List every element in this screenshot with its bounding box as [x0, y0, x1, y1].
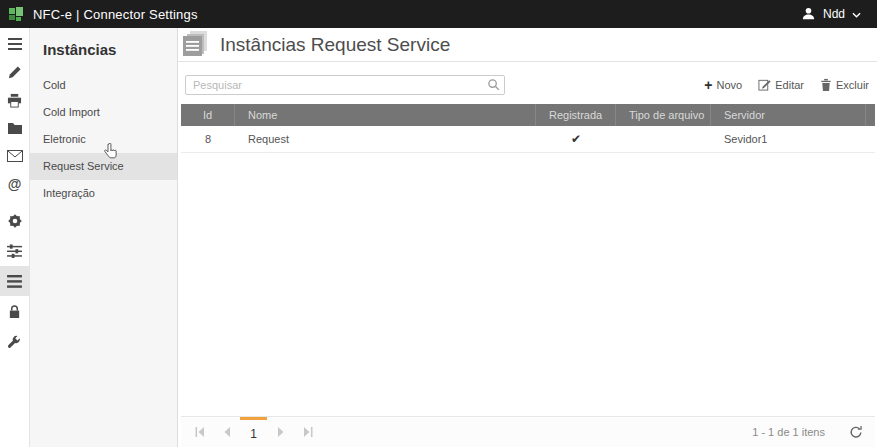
cell-filler	[866, 126, 875, 152]
user-icon	[801, 6, 816, 23]
new-button[interactable]: + Novo	[704, 79, 742, 91]
search-icon	[487, 78, 500, 93]
sidebar-item-request-service[interactable]: Request Service	[30, 153, 177, 180]
plus-icon: +	[704, 79, 712, 91]
sidebar-item-integracao[interactable]: Integração	[30, 180, 177, 207]
cell-servidor: Sevidor1	[711, 126, 866, 152]
page-title: Instâncias Request Service	[220, 34, 450, 56]
pager: 1 1 - 1 de 1 itens	[181, 416, 875, 447]
menu-icon[interactable]	[0, 30, 29, 58]
printer-icon[interactable]	[0, 86, 29, 114]
edit-button[interactable]: Editar	[758, 78, 804, 93]
trash-icon	[820, 78, 832, 93]
pencil-icon	[758, 78, 771, 93]
main-content: Instâncias Request Service + Novo Editar…	[178, 28, 877, 447]
cell-id: 8	[181, 126, 235, 152]
gear-icon[interactable]	[0, 206, 29, 236]
next-page-icon[interactable]	[267, 417, 294, 447]
app-logo-icon	[8, 6, 24, 22]
lock-icon[interactable]	[0, 296, 29, 326]
user-name: Ndd	[823, 7, 845, 21]
app-title: NFC-e | Connector Settings	[33, 7, 198, 22]
delete-button-label: Excluir	[836, 79, 869, 91]
sliders-icon[interactable]	[0, 236, 29, 266]
table-row[interactable]: 8 Request ✔ Sevidor1	[181, 126, 875, 153]
instances-grid: Id Nome Registrada Tipo de arquivo Servi…	[181, 104, 875, 153]
sidebar-item-cold-import[interactable]: Cold Import	[30, 99, 177, 126]
current-page[interactable]: 1	[240, 417, 267, 447]
pen-icon[interactable]	[0, 58, 29, 86]
sidebar-title: Instâncias	[30, 28, 177, 72]
folder-icon[interactable]	[0, 114, 29, 142]
search-input[interactable]	[185, 75, 505, 95]
sidebar-item-cold[interactable]: Cold	[30, 72, 177, 99]
pager-summary: 1 - 1 de 1 itens	[752, 426, 825, 438]
prev-page-icon[interactable]	[213, 417, 240, 447]
cell-nome: Request	[235, 126, 536, 152]
column-header-id[interactable]: Id	[181, 104, 235, 126]
grid-toolbar: + Novo Editar Excluir	[185, 75, 869, 95]
wrench-icon[interactable]	[0, 326, 29, 356]
mail-icon[interactable]	[0, 142, 29, 170]
page-header: Instâncias Request Service	[178, 28, 877, 62]
grid-header-row: Id Nome Registrada Tipo de arquivo Servi…	[181, 104, 875, 126]
sidebar-item-eletronic[interactable]: Eletronic	[30, 126, 177, 153]
pager-buttons: 1	[181, 417, 321, 447]
refresh-icon[interactable]	[849, 425, 863, 439]
first-page-icon[interactable]	[186, 417, 213, 447]
cell-registrada: ✔	[536, 126, 616, 152]
column-header-servidor[interactable]: Servidor	[711, 104, 866, 126]
new-button-label: Novo	[717, 79, 743, 91]
search-box	[185, 75, 505, 95]
list-icon[interactable]	[0, 266, 29, 296]
rail-group-divider	[0, 198, 29, 206]
column-header-nome[interactable]: Nome	[235, 104, 536, 126]
delete-button[interactable]: Excluir	[820, 78, 869, 93]
column-header-tipo-de-arquivo[interactable]: Tipo de arquivo	[616, 104, 711, 126]
sidebar: Instâncias Cold Cold Import Eletronic Re…	[30, 28, 178, 447]
icon-rail: @	[0, 28, 30, 447]
pages-stack-icon	[182, 30, 212, 59]
column-header-filler	[866, 104, 875, 126]
column-header-registrada[interactable]: Registrada	[536, 104, 616, 126]
topbar: NFC-e | Connector Settings Ndd	[0, 0, 877, 28]
chevron-down-icon	[852, 8, 861, 20]
cell-tipo-de-arquivo	[616, 126, 711, 152]
last-page-icon[interactable]	[294, 417, 321, 447]
check-icon: ✔	[571, 132, 581, 146]
user-menu[interactable]: Ndd	[801, 6, 877, 23]
edit-button-label: Editar	[775, 79, 804, 91]
at-icon[interactable]: @	[0, 170, 29, 198]
pager-info: 1 - 1 de 1 itens	[752, 417, 875, 447]
